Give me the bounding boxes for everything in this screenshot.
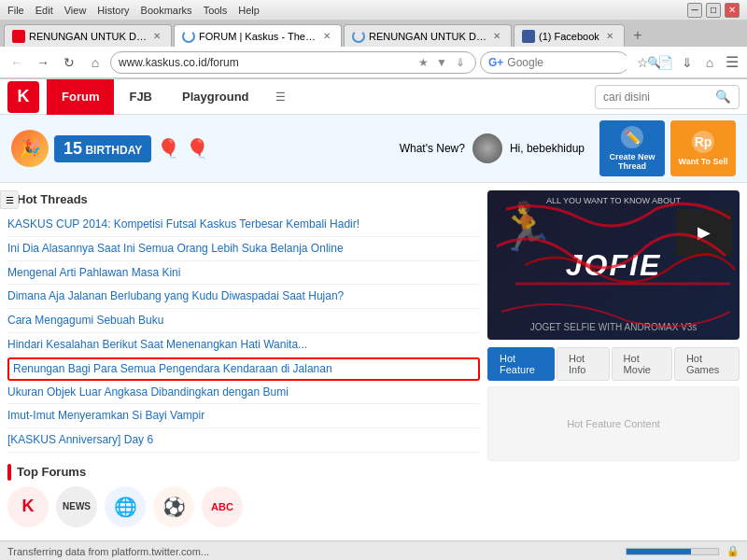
menu-bookmarks[interactable]: Bookmarks [141,5,192,16]
window-controls: ─ □ ✕ [687,3,740,18]
site-search[interactable]: 🔍 [595,85,740,109]
url-bar[interactable]: www.kaskus.co.id/forum ★ ▼ ⇓ [110,51,476,74]
create-thread-button[interactable]: ✏️ Create New Thread [599,120,665,176]
forum-circle-3: 🌐 [105,486,146,527]
progress-fill [627,549,691,554]
hot-tab-games[interactable]: Hot Games [674,347,740,381]
action-buttons: ✏️ Create New Thread Rp Want To Sell [599,120,736,176]
minimize-button[interactable]: ─ [687,3,702,18]
status-icon: 🔒 [726,545,740,557]
tab-1[interactable]: RENUNGAN UNTUK DRI... ✕ [4,24,172,47]
forward-button[interactable]: → [32,51,54,74]
birthday-text: 15 BIRTHDAY [54,135,151,162]
google-icon: G+ [488,56,503,69]
download-icon[interactable]: ⇓ [678,53,697,72]
site-logo[interactable]: K [7,81,39,113]
hot-threads-header: Hot Threads [7,190,480,207]
thread-item[interactable]: Hindari Kesalahan Berikut Saat Menenangk… [7,333,480,357]
thread-item-highlighted[interactable]: Renungan Bagi Para Semua Pengendara Kend… [7,357,480,381]
whats-new-text: What's New? [400,142,465,155]
top-forums-header: Top Forums [7,464,480,481]
nav-item-playground[interactable]: Playground [167,79,264,115]
tab-close-1[interactable]: ✕ [150,30,163,43]
menu-edit[interactable]: Edit [35,5,53,16]
thread-item[interactable]: KASKUS CUP 2014: Kompetisi Futsal Kaskus… [7,213,480,237]
url-text: www.kaskus.co.id/forum [119,56,416,69]
want-to-sell-button[interactable]: Rp Want To Sell [670,120,736,176]
hot-tab-info[interactable]: Hot Info [557,347,610,381]
balloon2-icon: 🎈 [186,137,209,160]
new-tab-button[interactable]: + [627,24,649,47]
tab-close-2[interactable]: ✕ [320,30,333,43]
bookmark-list-icon[interactable]: 📄 [655,53,674,72]
url-download-icon[interactable]: ⇓ [453,55,468,70]
status-right: 🔒 [626,545,740,557]
tab-3[interactable]: RENUNGAN UNTUK DRI... ✕ [344,24,512,47]
nav-item-forum[interactable]: Forum [47,79,114,115]
menu-tools[interactable]: Tools [204,5,228,16]
browser-content: K Forum FJB Playground ☰ 🔍 🎉 15 BIRTHDAY… [0,79,747,540]
site-search-button[interactable]: 🔍 [715,90,731,104]
search-bar[interactable]: G+ 🔍 [480,51,629,74]
thread-item[interactable]: Imut-Imut Menyeramkan Si Bayi Vampir [7,404,480,428]
forum-icon-4[interactable]: ⚽ [153,486,194,527]
tab-2[interactable]: FORUM | Kaskus - The L... ✕ [174,24,342,47]
play-icon: ▶ [698,222,711,243]
tab-close-4[interactable]: ✕ [603,30,616,43]
tab-title-3: RENUNGAN UNTUK DRI... [369,31,486,42]
title-bar: File Edit View History Bookmarks Tools H… [0,0,747,21]
thread-item[interactable]: Mengenal Arti Pahlawan Masa Kini [7,261,480,286]
hot-tab-movie[interactable]: Hot Movie [612,347,672,381]
menu-history[interactable]: History [97,5,129,16]
forum-icon-1[interactable]: K [7,486,49,527]
user-avatar [472,133,502,163]
close-button[interactable]: ✕ [725,3,740,18]
jofie-banner: ALL YOU WANT TO KNOW ABOUT 🏃 JOFIE ▶ JOG… [487,190,740,340]
sell-label: Want To Sell [679,157,728,166]
menu-view[interactable]: View [64,5,87,16]
banner-area: 🎉 15 BIRTHDAY 🎈 🎈 What's New? Hi, bebekh… [0,115,747,183]
thread-item[interactable]: [KASKUS Anniversary] Day 6 [7,428,480,453]
tab-loading-3 [352,30,365,43]
menu-help[interactable]: Help [238,5,260,16]
left-column: ☰ Hot Threads KASKUS CUP 2014: Kompetisi… [7,190,480,527]
maximize-button[interactable]: □ [706,3,721,18]
site-nav: K Forum FJB Playground ☰ 🔍 [0,79,747,115]
forum-icon-2[interactable]: NEWS [56,486,97,527]
tab-4[interactable]: (1) Facebook ✕ [514,24,625,47]
birthday-number: 15 [63,139,82,158]
url-star-icon[interactable]: ▼ [434,55,449,70]
forum-circle-2: NEWS [56,486,97,527]
content-area: ☰ Hot Threads KASKUS CUP 2014: Kompetisi… [0,183,747,535]
search-input[interactable] [507,56,647,69]
thread-item[interactable]: Dimana Aja Jalanan Berlubang yang Kudu D… [7,285,480,309]
thread-item[interactable]: Ini Dia Alasannya Saat Ini Semua Orang L… [7,237,480,261]
thread-list: KASKUS CUP 2014: Kompetisi Futsal Kaskus… [7,213,480,453]
thread-item[interactable]: Ukuran Objek Luar Angkasa Dibandingkan d… [7,381,480,405]
forum-icon-5[interactable]: ABC [202,486,243,527]
bookmark-star-icon[interactable]: ☆ [633,53,652,72]
back-button[interactable]: ← [6,51,28,74]
thread-item[interactable]: Cara Mengagumi Sebuah Buku [7,309,480,333]
address-bar: ← → ↻ ⌂ www.kaskus.co.id/forum ★ ▼ ⇓ G+ … [0,47,747,78]
bookmark-toolbar: ☆ 📄 ⇓ ⌂ ☰ [633,53,741,72]
sidebar-toggle[interactable]: ☰ [0,190,19,209]
home-button[interactable]: ⌂ [84,51,106,74]
site-search-input[interactable] [603,91,715,104]
forum-logo-1: K [22,497,35,516]
forum-logo-3: 🌐 [114,496,137,518]
hot-tab-feature[interactable]: Hot Feature [487,347,555,381]
jofie-mascot: 🏃 [497,200,555,254]
menu-file[interactable]: File [7,5,24,16]
tab-title-4: (1) Facebook [539,31,599,42]
tab-close-3[interactable]: ✕ [490,30,503,43]
url-bookmark-icon[interactable]: ★ [416,55,430,70]
home-nav-icon[interactable]: ⌂ [700,53,719,72]
nav-item-fjb[interactable]: FJB [114,79,167,115]
birthday-mascot: 🎉 [11,130,49,167]
menu-icon[interactable]: ☰ [723,53,741,72]
tab-favicon-4 [522,30,535,43]
refresh-button[interactable]: ↻ [58,51,80,74]
forum-icon-3[interactable]: 🌐 [105,486,146,527]
nav-list-icon[interactable]: ☰ [272,88,290,106]
